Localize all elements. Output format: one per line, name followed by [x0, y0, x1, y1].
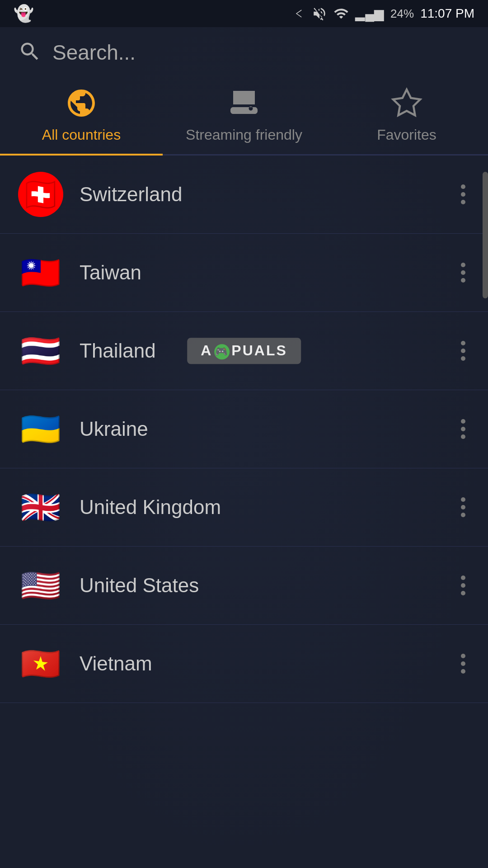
flag-united-states: 🇺🇸	[18, 563, 63, 608]
list-item: 🇺🇦 Ukraine	[0, 390, 488, 468]
status-bar: 👻 ▂▄▆ 24% 11:07 PM	[0, 0, 488, 27]
signal-icon: ▂▄▆	[355, 6, 384, 21]
tab-bar: All countries Streaming friendly Favorit…	[0, 78, 488, 156]
status-time: 11:07 PM	[420, 6, 474, 21]
bluetooth-icon	[292, 7, 305, 20]
tab-all-countries[interactable]: All countries	[0, 78, 163, 154]
more-options-vietnam[interactable]	[456, 649, 470, 678]
country-name-united-states: United States	[80, 574, 440, 597]
tab-favorites[interactable]: Favorites	[325, 78, 488, 154]
list-item: 🇹🇭 Thailand A🎮PUALS	[0, 312, 488, 390]
flag-thailand: 🇹🇭	[18, 328, 63, 373]
list-item: 🇬🇧 United Kingdom	[0, 468, 488, 547]
search-bar	[0, 27, 488, 78]
flag-taiwan: 🇹🇼	[18, 250, 63, 295]
list-item: 🇹🇼 Taiwan	[0, 234, 488, 312]
more-options-ukraine[interactable]	[456, 415, 470, 443]
list-item: 🇺🇸 United States	[0, 547, 488, 625]
flag-switzerland: 🇨🇭	[18, 172, 63, 217]
country-name-united-kingdom: United Kingdom	[80, 496, 440, 519]
list-item: 🇻🇳 Vietnam	[0, 625, 488, 703]
tab-favorites-label: Favorites	[377, 127, 436, 143]
star-icon	[390, 87, 423, 121]
watermark: A🎮PUALS	[187, 338, 301, 364]
globe-icon	[65, 87, 98, 121]
mute-icon	[312, 6, 327, 21]
flag-ukraine: 🇺🇦	[18, 406, 63, 452]
more-options-united-states[interactable]	[456, 571, 470, 600]
country-name-vietnam: Vietnam	[80, 652, 440, 675]
country-name-switzerland: Switzerland	[80, 183, 440, 206]
search-icon	[18, 40, 42, 65]
status-icons: ▂▄▆ 24% 11:07 PM	[292, 6, 474, 21]
country-name-ukraine: Ukraine	[80, 418, 440, 440]
list-item: 🇨🇭 Switzerland	[0, 156, 488, 234]
search-input[interactable]	[52, 40, 470, 65]
more-options-united-kingdom[interactable]	[456, 493, 470, 522]
wifi-icon	[333, 6, 349, 21]
battery-text: 24%	[390, 7, 414, 21]
more-options-thailand[interactable]	[456, 336, 470, 365]
tab-all-countries-label: All countries	[42, 127, 121, 143]
tab-streaming-label: Streaming friendly	[186, 127, 302, 143]
more-options-switzerland[interactable]	[456, 180, 470, 209]
flag-vietnam: 🇻🇳	[18, 641, 63, 686]
monitor-icon	[228, 87, 260, 121]
ghost-app-icon: 👻	[14, 4, 34, 23]
scrollbar	[483, 172, 488, 298]
country-name-taiwan: Taiwan	[80, 261, 440, 284]
tab-streaming[interactable]: Streaming friendly	[163, 78, 325, 154]
country-list: 🇨🇭 Switzerland 🇹🇼 Taiwan 🇹🇭 Thailand	[0, 156, 488, 703]
flag-united-kingdom: 🇬🇧	[18, 485, 63, 530]
more-options-taiwan[interactable]	[456, 258, 470, 287]
